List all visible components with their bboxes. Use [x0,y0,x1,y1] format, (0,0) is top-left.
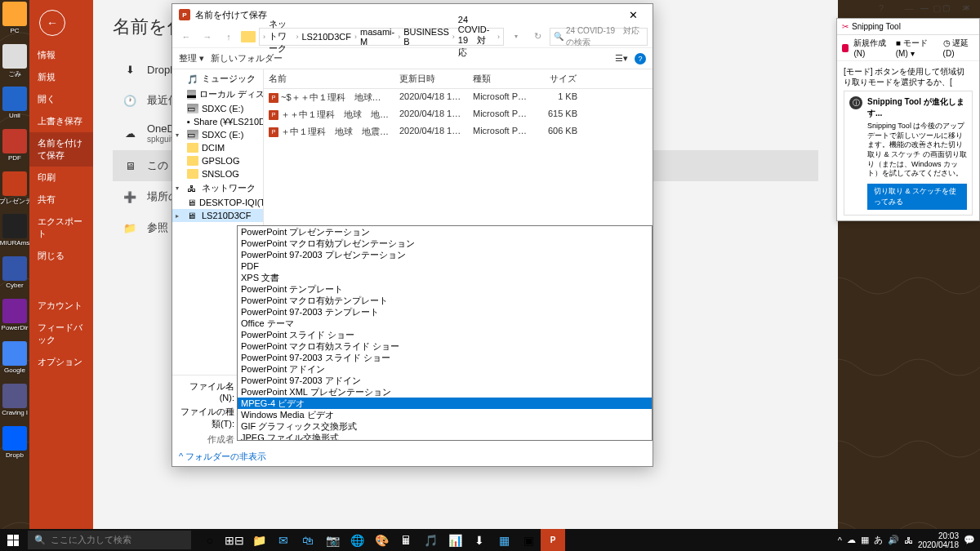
snip-mode-button[interactable]: ■ モード(M) ▾ [896,38,938,58]
tray-app-icon[interactable]: ▦ [861,535,869,545]
backstage-menu-item[interactable]: オプション [29,351,93,373]
app-icon[interactable]: 📷 [320,529,345,551]
tray-cloud-icon[interactable]: ☁ [847,535,856,545]
back-button[interactable]: ← [39,10,65,36]
desktop-icon[interactable]: ごみ [0,44,29,80]
explorer-icon[interactable]: 📁 [247,529,271,551]
filetype-option[interactable]: PowerPoint 97-2003 テンプレート [238,306,652,318]
backstage-menu-item[interactable]: エクスポート [29,211,93,245]
close-icon[interactable]: ✕ [959,3,975,18]
desktop-icon[interactable]: PowerDir [0,299,29,335]
tray-network-icon[interactable]: 🖧 [904,535,913,545]
filetype-option[interactable]: PDF [238,260,652,272]
calc-icon[interactable]: 🖩 [394,529,418,551]
backstage-menu-item[interactable]: 閉じる [29,245,93,267]
tree-item[interactable]: 🖥DESKTOP-IQI(TR) [172,196,263,209]
tree-item[interactable]: SNSLOG [172,167,263,180]
tree-item[interactable]: ▬ローカル ディスク (C [172,87,263,102]
backstage-menu-item[interactable]: 上書き保存 [29,110,93,132]
filetype-option[interactable]: PowerPoint マクロ有効プレゼンテーション [238,238,652,249]
tree-item[interactable]: ▾🖧ネットワーク [172,180,263,196]
minimize-icon[interactable]: — [916,3,933,18]
cortana-icon[interactable]: ○ [198,529,222,551]
filetype-option[interactable]: PowerPoint XML プレゼンテーション [238,386,652,398]
backstage-menu-item[interactable]: 印刷 [29,167,93,189]
backstage-menu-item[interactable]: 開く [29,88,93,110]
tray-notifications-icon[interactable]: 💬 [964,535,975,545]
search-input[interactable]: 24 COVID-19 対応の検索 [550,28,648,46]
refresh-icon[interactable]: ↻ [528,28,546,46]
organize-button[interactable]: 整理 ▾ [179,52,204,64]
snip-delay-button[interactable]: ◷ 遅延(D) [943,38,974,58]
maximize-icon[interactable]: ▢ [938,3,954,18]
tray-ime-icon[interactable]: あ [874,534,883,546]
desktop-icon[interactable]: PC [0,2,29,38]
new-folder-button[interactable]: 新しいフォルダー [211,52,283,64]
dropbox-icon[interactable]: ⬇ [467,529,492,551]
try-snip-sketch-button[interactable]: 切り取り & スケッチを使ってみる [867,184,967,210]
filetype-option[interactable]: GIF グラフィックス交換形式 [238,420,652,432]
tree-item[interactable]: ▸🖥LS210D3CF [172,209,263,222]
filetype-option[interactable]: PowerPoint スライド ショー [238,329,652,340]
desktop-icon[interactable]: Dropb [0,426,29,462]
chrome-icon[interactable]: 🌐 [345,529,369,551]
itunes-icon[interactable]: 🎵 [418,529,443,551]
desktop-icon[interactable]: MIURAms [0,214,29,250]
breadcrumb-seg[interactable]: LS210D3CF [300,32,353,42]
office-icon[interactable]: 📊 [443,529,467,551]
tree-item[interactable]: 🎵ミュージック [172,71,263,87]
view-icon[interactable]: ☰▾ [615,53,628,64]
backstage-menu-item[interactable]: フィードバック [29,317,93,351]
filetype-dropdown[interactable]: PowerPoint プレゼンテーションPowerPoint マクロ有効プレゼン… [237,225,653,441]
filetype-option[interactable]: PowerPoint 97-2003 スライド ショー [238,352,652,363]
file-row[interactable]: P＋＋中１理科 地球 地震1-12020/04/18 19:57Microsof… [264,106,653,123]
nav-back-icon[interactable]: ← [177,28,195,46]
help-icon[interactable]: ? [635,53,646,64]
task-view-icon[interactable]: ⊞⊟ [222,529,247,551]
filetype-option[interactable]: PowerPoint 97-2003 プレゼンテーション [238,249,652,260]
filetype-option[interactable]: XPS 文書 [238,272,652,283]
backstage-menu-item[interactable]: 共有 [29,189,93,211]
breadcrumb[interactable]: › ネットワーク›LS210D3CF›masami-M›BUSINESS B›2… [259,28,504,46]
desktop-icon[interactable]: Unil [0,87,29,122]
filetype-option[interactable]: PowerPoint 97-2003 アドイン [238,375,652,386]
filetype-option[interactable]: Office テーマ [238,318,652,329]
filetype-option[interactable]: PowerPoint テンプレート [238,283,652,295]
backstage-menu-item[interactable]: 情報 [29,44,93,66]
store-icon[interactable]: 🛍 [296,529,320,551]
col-size[interactable]: サイズ [533,69,582,88]
desktop-icon[interactable]: Cyber [0,256,29,292]
hide-folders-toggle[interactable]: ^ フォルダーの非表示 [172,447,653,466]
filetype-option[interactable]: PowerPoint プレゼンテーション [238,226,652,238]
powerpoint-taskbar-icon[interactable]: P [541,529,565,551]
filetype-option[interactable]: MPEG-4 ビデオ [238,398,652,409]
nav-fwd-icon[interactable]: → [198,28,216,46]
col-date[interactable]: 更新日時 [394,69,468,88]
file-row[interactable]: P＋中１理科 地球 地震1-12020/04/18 12:11Microsoft… [264,123,653,140]
backstage-menu-item[interactable]: アカウント [29,295,93,317]
app2-icon[interactable]: 🎨 [369,529,394,551]
tray-clock[interactable]: 20:03 2020/04/18 [918,531,959,549]
desktop-icon[interactable]: PDF [0,129,29,165]
filetype-option[interactable]: PowerPoint アドイン [238,363,652,375]
desktop-icon[interactable]: Craving l [0,384,29,420]
tree-item[interactable]: ▭SDXC (E:) [172,102,263,115]
filetype-option[interactable]: JPEG ファイル交換形式 [238,432,652,441]
breadcrumb-seg[interactable]: BUSINESS B [402,27,451,47]
tree-item[interactable]: DCIM [172,141,263,154]
chevron-down-icon[interactable]: ▾ [507,28,525,46]
col-name[interactable]: 名前 [264,69,394,88]
tree-item[interactable]: GPSLOG [172,154,263,167]
nav-up-icon[interactable]: ↑ [220,28,238,46]
backstage-menu-item[interactable]: 名前を付けて保存 [29,132,93,167]
desktop-icon[interactable]: Google [0,341,29,377]
col-type[interactable]: 種類 [468,69,533,88]
filetype-option[interactable]: Windows Media ビデオ [238,409,652,420]
filetype-option[interactable]: PowerPoint マクロ有効スライド ショー [238,340,652,352]
app3-icon[interactable]: ▦ [492,529,516,551]
tray-chevron-icon[interactable]: ^ [838,535,842,545]
file-row[interactable]: P~$＋＋中１理科 地球 地震1-12020/04/18 19:53Micros… [264,89,653,106]
mail-icon[interactable]: ✉ [271,529,296,551]
tree-item[interactable]: ▪Share (¥¥LS210D [172,115,263,128]
filetype-option[interactable]: PowerPoint マクロ有効テンプレート [238,295,652,306]
